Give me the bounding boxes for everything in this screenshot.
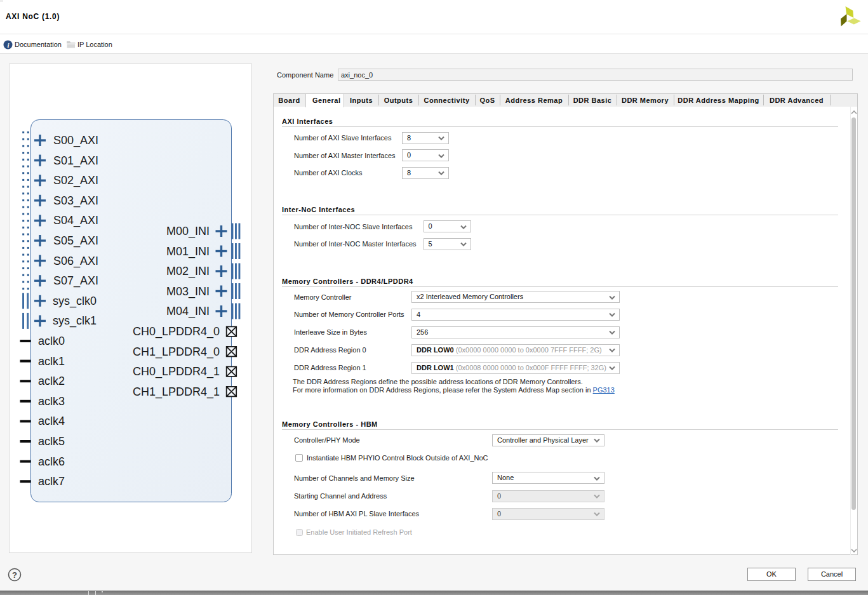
svg-text:M02_INI: M02_INI <box>166 265 210 278</box>
svg-text:aclk3: aclk3 <box>38 395 65 408</box>
svg-text:S00_AXI: S00_AXI <box>53 134 98 147</box>
svg-text:aclk6: aclk6 <box>38 455 65 468</box>
svg-text:S06_AXI: S06_AXI <box>53 255 98 268</box>
svg-text:S02_AXI: S02_AXI <box>53 174 98 187</box>
svg-text:aclk0: aclk0 <box>38 335 65 347</box>
svg-text:?: ? <box>12 570 17 580</box>
svg-text:aclk2: aclk2 <box>38 375 65 387</box>
svg-text:aclk5: aclk5 <box>38 435 65 448</box>
svg-text:CH1_LPDDR4_0: CH1_LPDDR4_0 <box>133 345 220 359</box>
svg-text:sys_clk1: sys_clk1 <box>53 314 97 328</box>
svg-text:M00_INI: M00_INI <box>166 225 210 238</box>
svg-text:M01_INI: M01_INI <box>166 245 210 258</box>
svg-text:CH0_LPDDR4_0: CH0_LPDDR4_0 <box>133 325 220 338</box>
svg-text:M03_INI: M03_INI <box>166 285 210 298</box>
svg-text:aclk1: aclk1 <box>38 355 65 368</box>
svg-text:aclk7: aclk7 <box>38 475 65 488</box>
svg-text:M04_INI: M04_INI <box>166 305 210 318</box>
svg-text:S05_AXI: S05_AXI <box>53 234 98 248</box>
svg-text:CH1_LPDDR4_1: CH1_LPDDR4_1 <box>133 385 220 399</box>
svg-text:S03_AXI: S03_AXI <box>53 194 98 208</box>
svg-text:sys_clk0: sys_clk0 <box>53 295 97 308</box>
svg-text:S01_AXI: S01_AXI <box>53 154 98 168</box>
svg-text:S07_AXI: S07_AXI <box>53 274 98 288</box>
svg-text:S04_AXI: S04_AXI <box>53 214 98 227</box>
svg-text:aclk4: aclk4 <box>38 415 65 427</box>
svg-text:CH0_LPDDR4_1: CH0_LPDDR4_1 <box>133 365 220 378</box>
